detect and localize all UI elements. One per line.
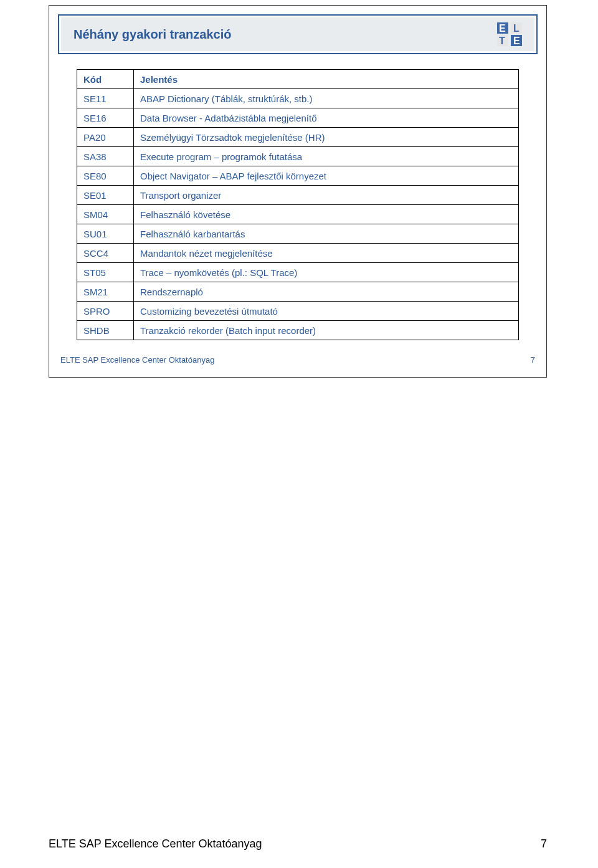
- table-row: SE01Transport organizer: [77, 186, 519, 205]
- page: Néhány gyakori tranzakció E L T E: [0, 0, 598, 868]
- slide-frame: Néhány gyakori tranzakció E L T E: [49, 5, 547, 378]
- table-row: SA38Execute program – programok futatása: [77, 147, 519, 166]
- table-row: SE16Data Browser - Adatbázistábla megjel…: [77, 108, 519, 128]
- cell-desc: Execute program – programok futatása: [134, 147, 519, 166]
- table-row: SE11ABAP Dictionary (Táblák, struktúrák,…: [77, 89, 519, 108]
- table-row: SPROCustomizing bevezetési útmutató: [77, 302, 519, 321]
- cell-code: SE16: [77, 108, 134, 128]
- slide-title: Néhány gyakori tranzakció: [74, 27, 231, 42]
- cell-code: SA38: [77, 147, 134, 166]
- cell-code: SPRO: [77, 302, 134, 321]
- cell-code: ST05: [77, 263, 134, 282]
- content-area: Kód Jelentés SE11ABAP Dictionary (Táblák…: [77, 69, 519, 340]
- cell-code: SE80: [77, 166, 134, 186]
- cell-code: SM04: [77, 205, 134, 224]
- cell-code: SM21: [77, 282, 134, 302]
- title-bar: Néhány gyakori tranzakció E L T E: [61, 17, 534, 51]
- slide-footer-page: 7: [531, 355, 535, 365]
- table-row: SE80Object Navigator – ABAP fejlesztői k…: [77, 166, 519, 186]
- table-header-row: Kód Jelentés: [77, 70, 519, 89]
- page-footer-text: ELTE SAP Excellence Center Oktatóanyag: [49, 837, 262, 851]
- svg-text:E: E: [499, 23, 506, 34]
- table-row: SU01Felhasználó karbantartás: [77, 224, 519, 244]
- page-footer: ELTE SAP Excellence Center Oktatóanyag 7: [49, 837, 547, 851]
- cell-desc: Személyügyi Törzsadtok megjelenítése (HR…: [134, 128, 519, 147]
- cell-code: SCC4: [77, 244, 134, 263]
- table-row: SHDBTranzakció rekorder (Batch input rec…: [77, 321, 519, 340]
- title-bar-frame: Néhány gyakori tranzakció E L T E: [58, 14, 538, 54]
- cell-code: SHDB: [77, 321, 134, 340]
- table-row: SCC4Mandantok nézet megjelenítése: [77, 244, 519, 263]
- elte-logo-icon: E L T E: [496, 21, 524, 47]
- cell-desc: Customizing bevezetési útmutató: [134, 302, 519, 321]
- slide-footer: ELTE SAP Excellence Center Oktatóanyag 7: [58, 355, 538, 365]
- cell-code: SE11: [77, 89, 134, 108]
- cell-code: PA20: [77, 128, 134, 147]
- table-row: ST05Trace – nyomkövetés (pl.: SQL Trace): [77, 263, 519, 282]
- slide-body: Néhány gyakori tranzakció E L T E: [58, 14, 538, 368]
- cell-desc: Transport organizer: [134, 186, 519, 205]
- cell-code: SE01: [77, 186, 134, 205]
- elte-logo: E L T E: [496, 21, 524, 47]
- table-row: PA20Személyügyi Törzsadtok megjelenítése…: [77, 128, 519, 147]
- svg-text:T: T: [499, 36, 505, 46]
- transaction-table: Kód Jelentés SE11ABAP Dictionary (Táblák…: [77, 69, 519, 340]
- table-row: SM04Felhasználó követése: [77, 205, 519, 224]
- cell-desc: ABAP Dictionary (Táblák, struktúrák, stb…: [134, 89, 519, 108]
- slide-footer-text: ELTE SAP Excellence Center Oktatóanyag: [60, 355, 214, 365]
- cell-desc: Object Navigator – ABAP fejlesztői körny…: [134, 166, 519, 186]
- cell-desc: Felhasználó karbantartás: [134, 224, 519, 244]
- svg-text:L: L: [513, 23, 520, 34]
- cell-desc: Mandantok nézet megjelenítése: [134, 244, 519, 263]
- cell-desc: Felhasználó követése: [134, 205, 519, 224]
- header-desc: Jelentés: [134, 70, 519, 89]
- header-code: Kód: [77, 70, 134, 89]
- svg-text:E: E: [513, 36, 520, 46]
- table-row: SM21Rendszernapló: [77, 282, 519, 302]
- page-footer-number: 7: [541, 837, 547, 851]
- cell-desc: Rendszernapló: [134, 282, 519, 302]
- cell-code: SU01: [77, 224, 134, 244]
- cell-desc: Trace – nyomkövetés (pl.: SQL Trace): [134, 263, 519, 282]
- cell-desc: Tranzakció rekorder (Batch input recorde…: [134, 321, 519, 340]
- cell-desc: Data Browser - Adatbázistábla megjelenít…: [134, 108, 519, 128]
